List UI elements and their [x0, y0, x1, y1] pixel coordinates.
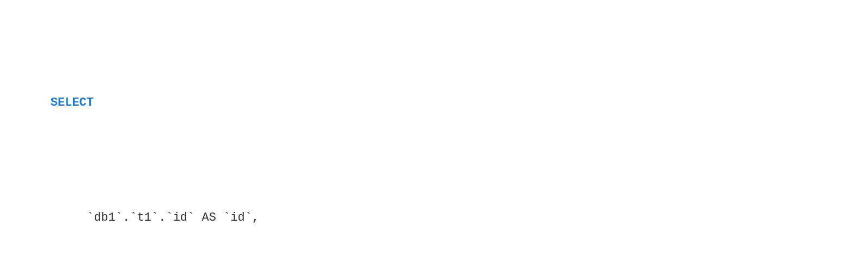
line-select: SELECT	[22, 74, 846, 132]
col1-text: `db1`.`t1`.`id` AS `id`,	[72, 211, 259, 225]
keyword-select: SELECT	[51, 96, 94, 110]
sql-code-block: SELECT `db1`.`t1`.`id` AS `id`, `db1`.`t…	[22, 16, 846, 279]
line-col1: `db1`.`t1`.`id` AS `id`,	[22, 189, 846, 247]
